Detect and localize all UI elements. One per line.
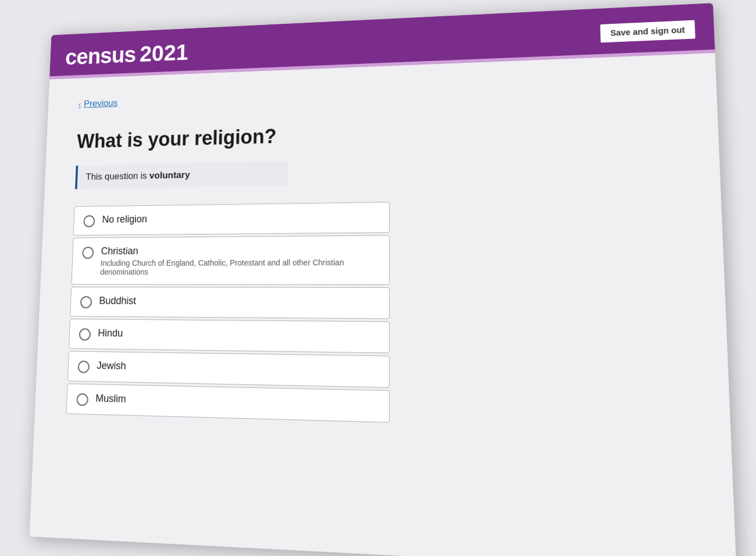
option-jewish[interactable]: Jewish [67, 351, 390, 387]
option-muslim-label: Muslim [95, 393, 126, 405]
logo: census 2021 [65, 40, 188, 70]
voluntary-strong: voluntary [149, 170, 190, 181]
option-hindu[interactable]: Hindu [69, 319, 390, 353]
option-hindu-label: Hindu [98, 327, 123, 340]
option-muslim[interactable]: Muslim [66, 383, 390, 422]
option-buddhist[interactable]: Buddhist [70, 287, 390, 319]
option-christian-sublabel: Including Church of England, Catholic, P… [100, 258, 379, 276]
chevron-left-icon: ‹ [79, 100, 81, 109]
option-no-religion[interactable]: No religion [73, 202, 390, 236]
radio-no-religion[interactable] [83, 215, 95, 227]
radio-buddhist[interactable] [80, 296, 92, 308]
radio-christian[interactable] [82, 247, 94, 259]
voluntary-prefix: This question is [85, 170, 149, 182]
previous-link[interactable]: ‹ Previous [79, 78, 679, 110]
previous-label: Previous [84, 98, 118, 109]
question-title: What is your religion? [77, 113, 680, 153]
browser-window: https://eq.census.gov.uk/questionnaire/.… [30, 3, 737, 556]
option-jewish-label: Jewish [97, 360, 126, 372]
radio-muslim[interactable] [76, 393, 88, 406]
save-sign-out-button[interactable]: Save and sign out [600, 20, 695, 43]
logo-year-text: 2021 [140, 40, 189, 67]
radio-hindu[interactable] [79, 328, 91, 340]
logo-census-text: census [65, 42, 135, 70]
religion-options-list: No religion Christian Including Church o… [66, 202, 390, 423]
option-no-religion-label: No religion [102, 213, 147, 226]
voluntary-note: This question is voluntary [75, 161, 288, 190]
option-christian-label: Christian [101, 244, 379, 257]
option-christian[interactable]: Christian Including Church of England, C… [71, 235, 390, 285]
option-buddhist-label: Buddhist [99, 295, 136, 306]
radio-jewish[interactable] [77, 361, 90, 373]
page-content: ‹ Previous What is your religion? This q… [30, 53, 737, 556]
